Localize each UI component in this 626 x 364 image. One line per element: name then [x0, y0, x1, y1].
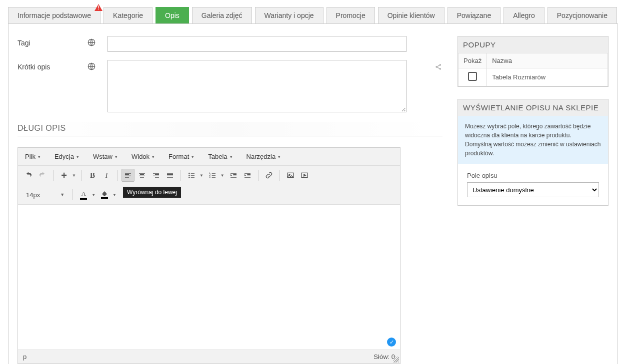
svg-point-6 — [188, 175, 190, 176]
tab-opis[interactable]: Opis — [156, 7, 189, 23]
label-tagi: Tagi — [18, 36, 88, 47]
editor-content-area[interactable]: ✓ — [18, 205, 400, 350]
info-text: Możesz wybrać pole, którego zawartość bę… — [458, 116, 608, 164]
textarea-krotki-opis[interactable] — [108, 60, 406, 112]
tab-powiązane[interactable]: Powiązane — [448, 7, 501, 23]
menu-format[interactable]: Format — [166, 151, 197, 162]
editor-statusbar: p Słów: 0 — [18, 350, 400, 364]
tab-pozycjonowanie[interactable]: Pozycjonowanie — [548, 7, 617, 23]
section-dlugi-opis: DŁUGI OPIS — [18, 122, 442, 136]
input-tagi[interactable] — [108, 36, 406, 52]
link-button[interactable] — [262, 169, 276, 182]
outdent-button[interactable] — [227, 169, 240, 182]
tab-opinie-klientów[interactable]: Opinie klientów — [378, 7, 444, 23]
row-krotki-opis: Krótki opis — [18, 60, 442, 114]
bg-color-button[interactable] — [98, 188, 111, 201]
tab-promocje[interactable]: Promocje — [326, 7, 375, 23]
box-wyswietlanie: WYŚWIETLANIE OPISU NA SKLEPIE Możesz wyb… — [458, 99, 608, 206]
box-popupy: POPUPY Pokaż Nazwa Tabela Rozmiarów — [458, 36, 608, 87]
bold-button[interactable]: B — [86, 169, 99, 182]
numbered-list-button[interactable]: 123 — [206, 169, 219, 182]
redo-button[interactable] — [36, 169, 49, 182]
svg-text:3: 3 — [209, 176, 210, 178]
italic-button[interactable]: I — [100, 169, 113, 182]
align-left-button[interactable] — [122, 169, 134, 182]
tab-allegro[interactable]: Allegro — [504, 7, 544, 23]
svg-point-5 — [188, 173, 190, 174]
tabs-bar: Informacje podstawoweKategorieOpisGaleri… — [8, 7, 618, 23]
text-color-button[interactable]: A — [77, 188, 90, 201]
font-size-select[interactable]: 14px▼ — [22, 190, 68, 200]
menu-wstaw[interactable]: Wstaw — [90, 151, 120, 162]
menu-plik[interactable]: Plik — [22, 151, 44, 162]
editor-toolbar-1: + ▼ B I ▼ — [18, 166, 400, 185]
editor-path: p — [23, 353, 26, 361]
popup-name: Tabela Rozmiarów — [487, 68, 608, 86]
menu-widok[interactable]: Widok — [128, 151, 158, 162]
align-justify-button[interactable] — [164, 169, 176, 182]
check-icon: ✓ — [387, 338, 396, 347]
col-pokaz: Pokaż — [458, 53, 487, 68]
table-row: Tabela Rozmiarów — [458, 68, 608, 86]
insert-button[interactable]: + — [58, 169, 70, 182]
rich-text-editor: PlikEdycjaWstawWidokFormatTabelaNarzędzi… — [18, 147, 400, 364]
tab-kategorie[interactable]: Kategorie — [104, 7, 152, 23]
checkbox-popup[interactable] — [468, 72, 477, 81]
text-color-dropdown[interactable]: ▼ — [90, 193, 97, 197]
editor-toolbar-2: 14px▼ A ▼ ▼ — [18, 185, 400, 205]
select-pole-opisu[interactable]: Ustawienie domyślne — [467, 182, 599, 197]
bullet-list-button[interactable] — [185, 169, 198, 182]
globe-icon[interactable] — [88, 60, 108, 70]
label-pole-opisu: Pole opisu — [467, 172, 599, 179]
box-wyswietlanie-header: WYŚWIETLANIE OPISU NA SKLEPIE — [458, 99, 608, 116]
globe-icon[interactable] — [88, 36, 108, 46]
align-right-button[interactable] — [150, 169, 162, 182]
tab-informacje-podstawowe[interactable]: Informacje podstawowe — [8, 7, 100, 23]
row-tagi: Tagi — [18, 36, 442, 52]
word-count: Słów: 0 — [374, 353, 395, 361]
undo-button[interactable] — [22, 169, 35, 182]
indent-button[interactable] — [241, 169, 254, 182]
menu-narzędzia[interactable]: Narzędzia — [244, 151, 284, 162]
image-button[interactable] — [284, 169, 297, 182]
col-nazwa: Nazwa — [487, 53, 608, 68]
insert-dropdown[interactable]: ▼ — [70, 173, 78, 178]
editor-menubar: PlikEdycjaWstawWidokFormatTabelaNarzędzi… — [18, 148, 400, 166]
share-icon[interactable] — [434, 63, 442, 71]
box-popupy-header: POPUPY — [458, 36, 608, 53]
svg-point-7 — [188, 177, 190, 178]
tab-galeria-zdjęć[interactable]: Galeria zdjęć — [192, 7, 252, 23]
tab-warianty-i-opcje[interactable]: Warianty i opcje — [255, 7, 324, 23]
bg-color-dropdown[interactable]: ▼ — [111, 193, 118, 197]
media-button[interactable] — [298, 169, 311, 182]
warning-icon — [94, 4, 102, 11]
tooltip-align-left: Wyrównaj do lewej — [123, 187, 181, 198]
label-krotki-opis: Krótki opis — [18, 60, 88, 71]
numbered-list-dropdown[interactable]: ▼ — [219, 173, 226, 178]
align-center-button[interactable] — [136, 169, 148, 182]
resize-handle[interactable] — [393, 357, 399, 363]
menu-tabela[interactable]: Tabela — [205, 151, 235, 162]
bullet-list-dropdown[interactable]: ▼ — [198, 173, 205, 178]
menu-edycja[interactable]: Edycja — [52, 151, 82, 162]
